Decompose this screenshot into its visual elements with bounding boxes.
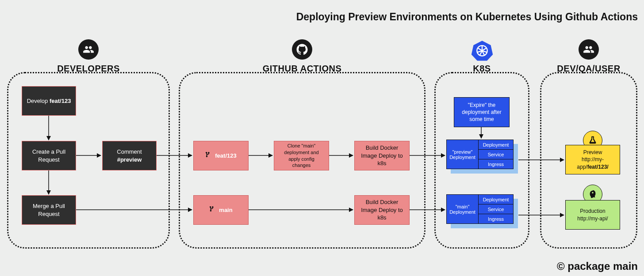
- node-develop-branch: Develop feat/123: [22, 86, 76, 116]
- k8s-cell-service: Service: [479, 150, 513, 159]
- env-production: Productionhttp://my-api/: [565, 200, 620, 230]
- group-developers-label: DEVELOPERS: [8, 64, 169, 74]
- k8s-preview-deployment: "preview" Deployment Deployment Service …: [446, 140, 514, 169]
- node-merge-pr: Merge a Pull Request: [22, 195, 76, 225]
- k8s-cell-ingress: Ingress: [479, 214, 513, 223]
- github-icon: [292, 39, 312, 60]
- users-icon: [579, 39, 599, 60]
- k8s-main-label: "main" Deployment: [447, 195, 479, 223]
- diagram-title: Deploying Preview Environments on Kubern…: [296, 11, 638, 23]
- node-comment-preview: Comment #preview: [102, 141, 157, 170]
- k8s-cell-ingress: Ingress: [479, 159, 513, 169]
- svg-point-22: [481, 49, 483, 52]
- kubernetes-icon: [471, 39, 493, 61]
- group-k8s-label: K8S: [436, 64, 528, 74]
- group-user-label: DEV/QA/USER: [541, 64, 636, 74]
- k8s-preview-label: "preview" Deployment: [447, 140, 479, 169]
- group-github-label: GITHUB ACTIONS: [180, 64, 424, 74]
- node-create-pr: Create a Pull Request: [22, 141, 76, 170]
- node-branch-feat: feat/123: [193, 141, 249, 170]
- k8s-cell-deployment: Deployment: [479, 195, 513, 204]
- k8s-cell-service: Service: [479, 204, 513, 214]
- node-branch-main: main: [193, 195, 249, 225]
- env-preview: Previewhttp://my-app/feat/123/: [565, 145, 620, 174]
- branch-icon: [205, 151, 211, 160]
- node-build-deploy-feat: Build Docker Image Deploy to k8s: [354, 141, 410, 170]
- users-icon: [78, 39, 99, 60]
- node-expire-deployment: "Expire" the deployment after some time: [454, 97, 510, 127]
- k8s-main-deployment: "main" Deployment Deployment Service Ing…: [446, 194, 514, 224]
- copyright-text: © package main: [557, 260, 638, 272]
- node-build-deploy-main: Build Docker Image Deploy to k8s: [354, 195, 410, 225]
- branch-icon: [209, 206, 215, 214]
- node-clone-config: Clone "main" deployment and apply config…: [274, 141, 329, 170]
- k8s-cell-deployment: Deployment: [479, 140, 513, 150]
